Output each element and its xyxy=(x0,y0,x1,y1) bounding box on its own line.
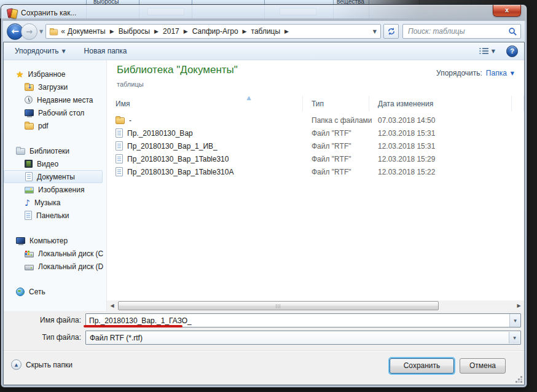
system-disk-icon xyxy=(25,252,34,257)
breadcrumb-item[interactable]: таблицы xyxy=(251,27,281,36)
search-input[interactable] xyxy=(407,26,505,37)
sidebar-item-recent-places[interactable]: Недавние места xyxy=(4,93,106,106)
scroll-right-arrow-icon[interactable]: ▶ xyxy=(514,300,524,311)
column-header-date[interactable]: Дата изменения xyxy=(369,96,512,111)
pictures-icon xyxy=(25,187,34,194)
filetype-value: Файл RTF (*.rtf) xyxy=(90,334,143,342)
chevron-right-icon[interactable]: ▶ xyxy=(284,28,289,34)
breadcrumb-item[interactable]: Документы xyxy=(68,27,106,36)
file-date: 12.03.2018 15:31 xyxy=(378,142,524,151)
address-dropdown-icon[interactable]: ▼ xyxy=(373,29,377,34)
column-header-extra[interactable] xyxy=(512,96,524,111)
search-icon[interactable] xyxy=(508,27,517,36)
filetype-select[interactable]: Файл RTF (*.rtf) xyxy=(85,331,521,345)
file-row[interactable]: Пр_20180130_Вар_1Table310 Файл "RTF" 12.… xyxy=(107,152,524,165)
sidebar-section-libraries[interactable]: Библиотеки xyxy=(4,144,106,157)
sidebar-item-music[interactable]: Музыка xyxy=(4,196,106,209)
sidebar-item-pictures[interactable]: Изображения xyxy=(4,183,106,196)
breadcrumb-item[interactable]: 2017 xyxy=(163,27,179,36)
file-type: Файл "RTF" xyxy=(312,142,378,151)
downloads-folder-icon xyxy=(25,84,34,91)
sidebar-item-documents[interactable]: Документы xyxy=(4,170,103,183)
back-arrow-icon: ← xyxy=(11,26,19,37)
views-icon xyxy=(479,47,488,55)
chevron-right-icon[interactable]: ▶ xyxy=(154,28,159,34)
arrange-by-control[interactable]: Упорядочить: Папка ▼ xyxy=(436,69,514,77)
chevron-down-icon: ▼ xyxy=(492,49,495,54)
new-folder-button[interactable]: Новая папка xyxy=(79,45,132,57)
dialog-footer: Скрыть папки Сохранить Отмена xyxy=(4,350,524,385)
arrange-value[interactable]: Папка xyxy=(486,69,507,77)
star-icon xyxy=(16,69,24,79)
file-row[interactable]: Пр._20180130_Вар Файл "RTF" 12.03.2018 1… xyxy=(107,127,524,139)
network-icon xyxy=(16,288,25,296)
computer-icon xyxy=(16,237,25,244)
breadcrumb-overflow-chevron[interactable]: « xyxy=(61,27,65,36)
explorer-content: Избранное Загрузки Недавние места Рабочи… xyxy=(4,60,524,311)
chevron-right-icon[interactable]: ▶ xyxy=(110,28,114,34)
sort-ascending-icon[interactable]: ▲ xyxy=(247,95,251,101)
file-type: Файл "RTF" xyxy=(312,155,378,163)
help-button[interactable]: ? xyxy=(506,45,518,57)
close-button[interactable]: x xyxy=(493,5,521,17)
sidebar-item-video[interactable]: Видео xyxy=(4,157,106,170)
item-label: Документы xyxy=(37,173,75,181)
sidebar-item-downloads[interactable]: Загрузки xyxy=(4,80,106,93)
file-row[interactable]: Пр_20180130_Вар_1Table310A Файл "RTF" 12… xyxy=(107,165,524,178)
file-date: 07.03.2018 14:50 xyxy=(378,116,524,125)
sidebar-item-pdf[interactable]: pdf xyxy=(4,119,106,132)
history-dropdown-icon[interactable]: ▼ xyxy=(39,29,43,34)
file-row[interactable]: Пр_20180130_Вар_1_ИВ_ Файл "RTF" 12.03.2… xyxy=(107,139,524,152)
title-bar[interactable]: Сохранить как... x xyxy=(1,5,527,21)
sidebar-section-computer[interactable]: Компьютер xyxy=(4,234,106,247)
scrollbar-thumb[interactable] xyxy=(118,301,439,310)
column-label: Имя xyxy=(116,100,130,108)
rtf-file-icon xyxy=(116,128,123,138)
item-label: Локальный диск (C xyxy=(38,249,103,258)
column-header-name[interactable]: Имя xyxy=(107,96,303,111)
item-label: pdf xyxy=(38,122,49,130)
resize-grip[interactable] xyxy=(520,381,522,383)
annotation-red-underline xyxy=(84,325,182,327)
chevron-down-icon: ▼ xyxy=(511,71,514,76)
chevron-right-icon[interactable]: ▶ xyxy=(243,28,247,34)
sidebar-item-panels[interactable]: Панельки xyxy=(4,209,106,222)
arrange-label: Упорядочить: xyxy=(436,69,482,77)
sidebar-item-local-disk-c[interactable]: Локальный диск (C xyxy=(4,247,106,260)
panel-icon xyxy=(25,211,32,220)
filename-dropdown-button[interactable] xyxy=(509,314,520,327)
file-date: 12.03.2018 15:22 xyxy=(378,168,524,176)
save-button[interactable]: Сохранить xyxy=(390,358,454,374)
forward-button[interactable]: → xyxy=(21,23,37,40)
scroll-left-arrow-icon[interactable]: ◀ xyxy=(107,300,117,311)
filetype-label: Тип файла: xyxy=(4,333,81,342)
breadcrumb-item[interactable]: Сапфир-Агро xyxy=(192,27,238,36)
sidebar-section-network[interactable]: Сеть xyxy=(4,285,106,298)
search-box[interactable] xyxy=(402,24,521,39)
sidebar-item-local-disk-d[interactable]: Локальный диск (D xyxy=(4,260,106,273)
breadcrumb-item[interactable]: Выбросы xyxy=(119,27,150,36)
chevron-right-icon[interactable]: ▶ xyxy=(184,28,188,34)
section-label: Библиотеки xyxy=(29,147,69,155)
file-row[interactable]: - Папка с файлами 07.03.2018 14:50 xyxy=(107,114,524,127)
file-type: Папка с файлами xyxy=(312,116,378,125)
filetype-dropdown-button[interactable] xyxy=(509,332,520,343)
refresh-button[interactable] xyxy=(383,24,399,39)
sidebar-item-desktop[interactable]: Рабочий стол xyxy=(4,106,106,119)
scrollbar-track[interactable] xyxy=(117,300,514,311)
sidebar-section-favorites[interactable]: Избранное xyxy=(4,68,106,80)
save-as-dialog: Сохранить как... x ← → ▼ « Документы ▶ В… xyxy=(1,5,527,387)
column-header-type[interactable]: Тип xyxy=(303,96,369,111)
hide-folders-button[interactable]: Скрыть папки xyxy=(11,359,73,370)
dialog-client-area: Упорядочить ▼ Новая папка ▼ ? Избранное xyxy=(3,42,525,385)
organize-label: Упорядочить xyxy=(15,47,58,55)
address-bar[interactable]: « Документы ▶ Выбросы ▶ 2017 ▶ Сапфир-Аг… xyxy=(45,24,381,39)
column-headers: Имя Тип Дата изменения ▲ xyxy=(107,96,524,111)
cancel-button[interactable]: Отмена xyxy=(460,358,506,374)
horizontal-scrollbar[interactable]: ◀ ▶ xyxy=(107,300,524,311)
organize-menu-button[interactable]: Упорядочить ▼ xyxy=(10,45,71,57)
change-view-button[interactable]: ▼ xyxy=(474,45,500,57)
column-label: Дата изменения xyxy=(378,100,433,108)
item-label: Загрузки xyxy=(38,83,68,92)
close-icon: x xyxy=(505,6,509,14)
